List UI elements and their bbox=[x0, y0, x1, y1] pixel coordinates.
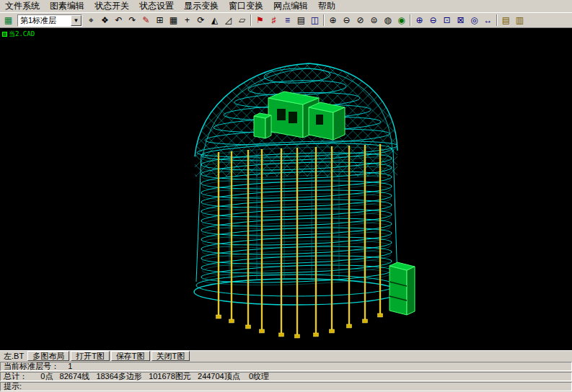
menu-status-settings[interactable]: 状态设置 bbox=[134, 0, 179, 13]
move-icon[interactable]: + bbox=[180, 14, 194, 27]
offset-icon[interactable]: ▱ bbox=[235, 14, 249, 27]
t-drawing-buttons: 多图布局打开T图保存T图关闭T图 bbox=[27, 351, 191, 361]
menu-window-transform[interactable]: 窗口变换 bbox=[224, 0, 268, 13]
sheet-copy-icon[interactable]: ▥ bbox=[513, 14, 527, 27]
layer-combobox-value: 第1标准层 bbox=[18, 15, 71, 26]
multi-layout-button[interactable]: 多图布局 bbox=[27, 351, 69, 361]
status-totals: 总计： 0点 82674线 18364多边形 101678图元 244704顶点… bbox=[0, 372, 572, 381]
toolbar: ▦ 第1标准层 ▼ ⌖❖↶↷✎⊞▦+⟳◭◿▱⚑♯≡▤◫⊕⊖⊘⊜◍◉⊕⊖⊡⊠◎↔▤… bbox=[0, 13, 572, 28]
menu-status-switch[interactable]: 状态开关 bbox=[89, 0, 134, 13]
blocks-icon[interactable]: ▦ bbox=[167, 14, 180, 27]
chevron-down-icon[interactable]: ▼ bbox=[71, 15, 82, 26]
model-filename-label: 当2.CAD bbox=[2, 30, 35, 39]
status-prompt: 提示: bbox=[0, 382, 572, 391]
menu-display-transform[interactable]: 显示变换 bbox=[179, 0, 224, 13]
view-sphere-icon[interactable]: ⊕ bbox=[326, 14, 340, 27]
save-t-drawing-button[interactable]: 保存T图 bbox=[111, 351, 150, 361]
status-bar: 当前标准层号： 1总计： 0点 82674线 18364多边形 101678图元… bbox=[0, 362, 572, 391]
measure-icon[interactable]: ◿ bbox=[221, 14, 235, 27]
layer-table-icon[interactable]: ▤ bbox=[294, 14, 308, 27]
beam-lines-icon[interactable]: ≡ bbox=[281, 14, 294, 27]
view-iso-icon[interactable]: ⊜ bbox=[367, 14, 381, 27]
toolbar-icon-group: ⌖❖↶↷✎⊞▦+⟳◭◿▱⚑♯≡▤◫⊕⊖⊘⊜◍◉⊕⊖⊡⊠◎↔▤▥ bbox=[84, 14, 527, 27]
building-wireframe bbox=[0, 28, 572, 350]
flag-icon[interactable]: ⚑ bbox=[253, 14, 267, 27]
column-bars-icon[interactable]: ◫ bbox=[308, 14, 322, 27]
array-icon[interactable]: ⊞ bbox=[153, 14, 167, 27]
close-t-drawing-button[interactable]: 关闭T图 bbox=[151, 351, 190, 361]
undo-icon[interactable]: ↶ bbox=[112, 14, 126, 27]
zoom-extents-icon[interactable]: ⊠ bbox=[454, 14, 467, 27]
menu-file-system[interactable]: 文件系统 bbox=[0, 0, 45, 13]
pencil-icon[interactable]: ✎ bbox=[139, 14, 153, 27]
toolbar-separator bbox=[410, 14, 411, 26]
model-file-icon bbox=[2, 32, 7, 37]
rotate-icon[interactable]: ⟳ bbox=[194, 14, 208, 27]
redo-icon[interactable]: ↷ bbox=[126, 14, 139, 27]
axis-grid-icon[interactable]: ♯ bbox=[267, 14, 281, 27]
zoom-out-icon[interactable]: ⊖ bbox=[426, 14, 440, 27]
view-name-label: 左.BT bbox=[0, 351, 27, 362]
toolbar-separator bbox=[250, 14, 252, 26]
pan-view-icon[interactable]: ↔ bbox=[481, 14, 495, 27]
model-filename-text: 当2.CAD bbox=[9, 30, 35, 39]
zoom-previous-icon[interactable]: ◎ bbox=[467, 14, 481, 27]
zoom-window-icon[interactable]: ⊡ bbox=[440, 14, 454, 27]
crosshair-icon[interactable]: ⌖ bbox=[84, 14, 98, 27]
sheet-icon[interactable]: ▤ bbox=[499, 14, 513, 27]
zoom-in-icon[interactable]: ⊕ bbox=[413, 14, 426, 27]
status-current-layer: 当前标准层号： 1 bbox=[0, 362, 572, 371]
eye-icon[interactable]: ◉ bbox=[395, 14, 408, 27]
bottom-toolbar: 左.BT 多图布局打开T图保存T图关闭T图 bbox=[0, 350, 572, 361]
render-icon[interactable]: ◍ bbox=[381, 14, 395, 27]
menu-element-edit[interactable]: 图素编辑 bbox=[45, 0, 89, 13]
model-canvas[interactable]: 当2.CAD bbox=[0, 28, 572, 350]
pan-icon[interactable]: ❖ bbox=[98, 14, 112, 27]
menu-help[interactable]: 帮助 bbox=[313, 0, 340, 13]
open-t-drawing-button[interactable]: 打开T图 bbox=[71, 351, 110, 361]
toolbar-separator bbox=[323, 14, 325, 26]
application-window: 文件系统图素编辑状态开关状态设置显示变换窗口变换网点编辑帮助 ▦ 第1标准层 ▼… bbox=[0, 0, 572, 392]
menu-gridpoint-edit[interactable]: 网点编辑 bbox=[268, 0, 313, 13]
file-save-icon[interactable]: ▦ bbox=[1, 14, 15, 27]
mirror-icon[interactable]: ◭ bbox=[208, 14, 221, 27]
layer-combobox[interactable]: 第1标准层 ▼ bbox=[17, 14, 82, 27]
toolbar-separator bbox=[496, 14, 498, 26]
menu-bar: 文件系统图素编辑状态开关状态设置显示变换窗口变换网点编辑帮助 bbox=[0, 0, 572, 13]
view-side-icon[interactable]: ⊘ bbox=[353, 14, 367, 27]
view-top-icon[interactable]: ⊖ bbox=[340, 14, 353, 27]
